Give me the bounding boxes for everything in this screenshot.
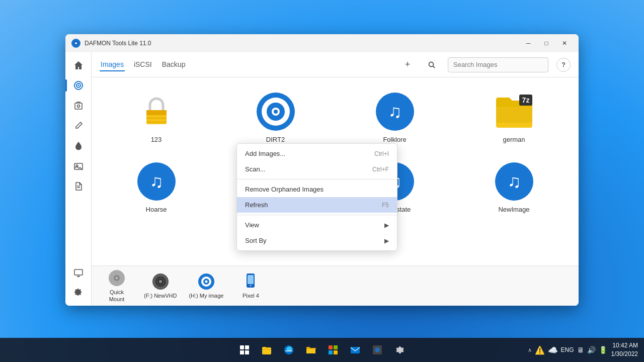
menu-scan-label: Scan... <box>245 165 265 173</box>
minimize-button[interactable]: ─ <box>520 37 536 49</box>
quick-mount-item[interactable]: QuickMount <box>102 269 132 302</box>
help-button[interactable]: ? <box>556 58 571 72</box>
system-tray: ∧ ⚠️ ☁️ ENG 🖥 🔊 🔋 <box>528 345 607 355</box>
svg-rect-60 <box>240 350 244 354</box>
image-item-hoarse[interactable]: ♫ Hoarse <box>102 157 211 217</box>
svg-point-1 <box>75 42 77 44</box>
image-item-german[interactable]: 7z german <box>459 87 569 147</box>
newvhd-label: (F:) NewVHD <box>144 293 177 299</box>
sidebar-item-scan[interactable] <box>69 97 88 115</box>
sidebar-item-drop[interactable] <box>69 137 88 155</box>
search-button[interactable] <box>424 57 440 73</box>
add-button[interactable]: + <box>399 57 416 73</box>
menu-remove-orphaned[interactable]: Remove Orphaned Images <box>237 182 397 197</box>
sidebar-item-home[interactable] <box>69 56 88 74</box>
svg-rect-65 <box>334 345 338 349</box>
menu-separator-2 <box>237 215 397 215</box>
svg-rect-56 <box>248 275 254 284</box>
svg-point-45 <box>116 277 118 279</box>
image-thumb-folklore: ♫ <box>375 92 415 132</box>
taskbar-explorer[interactable] <box>257 340 277 360</box>
menu-scan[interactable]: Scan... Ctrl+F <box>237 161 397 177</box>
sidebar-item-file[interactable] <box>69 177 88 195</box>
pixel4-item[interactable]: Pixel 4 <box>235 273 266 299</box>
svg-rect-61 <box>245 350 249 354</box>
pixel4-label: Pixel 4 <box>243 293 259 299</box>
sidebar-item-images[interactable] <box>69 76 88 95</box>
taskbar-clock[interactable]: 10:42 AM 1/30/2022 <box>611 341 638 358</box>
taskbar-store[interactable] <box>323 340 343 360</box>
taskbar-settings[interactable] <box>389 340 410 360</box>
taskbar-start[interactable] <box>234 340 255 360</box>
image-item-dirt2[interactable]: DIRT2 <box>221 87 330 147</box>
taskbar-paint[interactable] <box>367 340 387 360</box>
window-controls: ─ □ ✕ <box>520 37 573 49</box>
menu-separator-1 <box>237 179 397 179</box>
close-button[interactable]: ✕ <box>556 37 573 49</box>
menu-view[interactable]: View ▶ <box>237 217 397 233</box>
image-label-dirt2: DIRT2 <box>266 136 285 143</box>
desktop: DAFMON Tools Lite 11.0 ─ □ ✕ <box>0 0 644 362</box>
taskbar-center <box>234 340 410 360</box>
tray-lang[interactable]: ENG <box>561 346 574 353</box>
tab-iscsi[interactable]: iSCSI <box>133 58 153 71</box>
image-item-123[interactable]: 123 <box>102 87 211 147</box>
image-label-folklore: Folklore <box>383 136 406 143</box>
newvhd-item[interactable]: (F:) NewVHD <box>144 273 177 299</box>
menu-sort-by-arrow: ▶ <box>384 237 389 244</box>
app-icon <box>71 39 80 48</box>
svg-text:♫: ♫ <box>149 171 163 192</box>
svg-rect-11 <box>74 269 83 275</box>
image-label-hoarse: Hoarse <box>146 206 167 213</box>
svg-text:♫: ♫ <box>388 101 401 122</box>
image-thumb-hoarse: ♫ <box>136 161 177 202</box>
quick-mount-thumb <box>108 269 126 287</box>
search-input[interactable] <box>448 57 548 72</box>
menu-add-images-shortcut: Ctrl+I <box>374 150 389 157</box>
menu-add-images-label: Add Images... <box>245 150 285 157</box>
toolbar: Images iSCSI Backup + ? <box>92 52 579 77</box>
svg-text:7z: 7z <box>522 96 529 104</box>
sidebar-item-edit[interactable] <box>69 117 88 135</box>
menu-view-label: View <box>245 221 259 229</box>
title-bar: DAFMON Tools Lite 11.0 ─ □ ✕ <box>65 34 579 52</box>
svg-line-15 <box>433 66 435 68</box>
tab-backup[interactable]: Backup <box>161 58 187 71</box>
menu-refresh-label: Refresh <box>245 201 268 209</box>
tray-cloud: ☁️ <box>548 345 558 355</box>
quick-mount-label: QuickMount <box>109 289 125 302</box>
taskbar-edge[interactable] <box>279 340 299 360</box>
svg-rect-64 <box>329 345 333 349</box>
menu-refresh[interactable]: Refresh F5 <box>237 197 397 213</box>
image-item-folklore[interactable]: ♫ Folklore <box>340 87 449 147</box>
menu-sort-by[interactable]: Sort By ▶ <box>237 233 397 248</box>
sidebar-item-virtual[interactable] <box>69 263 88 282</box>
sidebar-item-gallery[interactable] <box>69 157 88 175</box>
svg-rect-62 <box>262 347 271 354</box>
svg-rect-30 <box>496 111 532 115</box>
svg-rect-20 <box>146 121 167 123</box>
svg-rect-59 <box>245 345 249 349</box>
newvhd-thumb <box>151 273 170 291</box>
menu-view-arrow: ▶ <box>384 222 389 229</box>
taskbar-folder[interactable] <box>301 340 321 360</box>
svg-rect-5 <box>75 103 82 109</box>
image-thumb-dirt2 <box>256 92 296 132</box>
menu-add-images[interactable]: Add Images... Ctrl+I <box>237 146 397 161</box>
svg-point-25 <box>274 110 278 114</box>
image-thumb-german: 7z <box>494 92 534 132</box>
sidebar-item-settings[interactable] <box>69 284 88 302</box>
maximize-button[interactable]: □ <box>538 37 554 49</box>
tray-battery: 🔋 <box>599 346 607 354</box>
image-label-newimage: NewImage <box>498 206 529 213</box>
myimage-item[interactable]: (H:) My image <box>189 273 223 299</box>
menu-refresh-shortcut: F5 <box>382 202 389 209</box>
context-menu: Add Images... Ctrl+I Scan... Ctrl+F Remo… <box>236 143 397 251</box>
pixel4-thumb <box>242 273 260 291</box>
image-item-newimage[interactable]: ♫ NewImage <box>459 157 569 217</box>
taskbar-mail[interactable] <box>345 340 365 360</box>
svg-text:♫: ♫ <box>507 171 521 192</box>
tab-images[interactable]: Images <box>100 58 125 71</box>
tray-expand[interactable]: ∧ <box>528 347 532 353</box>
menu-scan-shortcut: Ctrl+F <box>372 166 389 173</box>
